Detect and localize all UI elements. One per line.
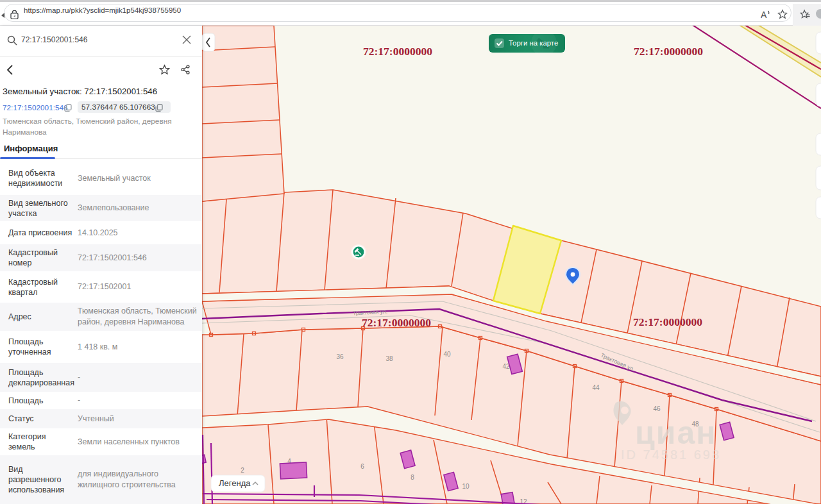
svg-text:44: 44 <box>592 384 600 391</box>
svg-text:6: 6 <box>360 463 364 470</box>
svg-text:46: 46 <box>653 405 661 412</box>
svg-text:10: 10 <box>462 483 470 490</box>
svg-text:38: 38 <box>385 355 393 362</box>
svg-text:36: 36 <box>336 353 344 360</box>
svg-text:циан: циан <box>635 415 716 451</box>
svg-text:8: 8 <box>410 474 414 481</box>
svg-text:2: 2 <box>241 467 244 474</box>
svg-text:40: 40 <box>443 351 451 358</box>
svg-text:Легенда: Легенда <box>219 478 251 488</box>
svg-text:A: A <box>761 10 767 19</box>
svg-text:72:17:0000000: 72:17:0000000 <box>633 315 702 328</box>
svg-text:72:17:0000000: 72:17:0000000 <box>363 45 432 58</box>
svg-text:Торги на карте: Торги на карте <box>509 39 558 47</box>
svg-text:72:17:0000000: 72:17:0000000 <box>362 316 431 329</box>
svg-text:72:17:0000000: 72:17:0000000 <box>634 45 703 58</box>
svg-text:ID 74581 698: ID 74581 698 <box>621 448 721 462</box>
